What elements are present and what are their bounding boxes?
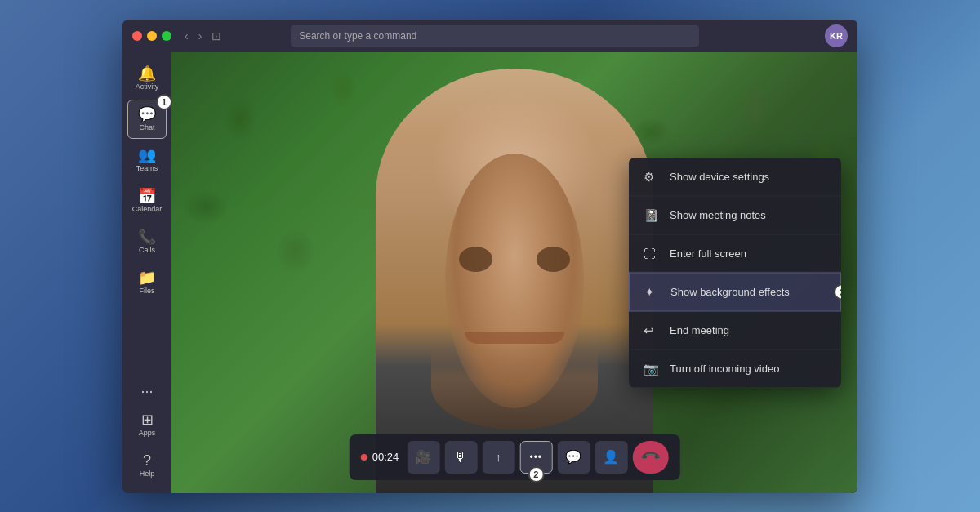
- apps-label: Apps: [139, 429, 156, 437]
- end-meeting-icon: ↩: [644, 323, 662, 337]
- gear-icon: ⚙: [644, 169, 662, 184]
- menu-item-end-meeting[interactable]: ↩ End meeting: [629, 311, 841, 349]
- teams-icon: 👥: [138, 148, 156, 163]
- menu-item-turn-off-video[interactable]: 📷 Turn off incoming video: [629, 349, 841, 387]
- files-icon: 📁: [138, 270, 156, 285]
- controls-bar: 00:24 🎥 🎙 ↑ ••• 2: [350, 434, 680, 480]
- sidebar-item-calls[interactable]: 📞 Calls: [127, 222, 167, 261]
- activity-icon: 🔔: [138, 66, 156, 81]
- avatar[interactable]: KR: [825, 24, 848, 47]
- activity-label: Activity: [136, 82, 159, 91]
- step-badge-3: 3: [834, 283, 841, 300]
- context-menu: ⚙ Show device settings 📓 Show meeting no…: [629, 158, 841, 387]
- back-arrow[interactable]: ‹: [181, 28, 192, 44]
- more-options-sidebar[interactable]: ···: [140, 383, 153, 400]
- step-badge-2: 2: [528, 466, 544, 483]
- sidebar-item-apps[interactable]: ⊞ Apps: [127, 405, 167, 444]
- video-button[interactable]: 🎥: [407, 441, 439, 474]
- search-bar[interactable]: Search or type a command: [291, 25, 699, 47]
- menu-item-background-effects[interactable]: ✦ Show background effects 3: [629, 272, 841, 311]
- device-settings-label: Show device settings: [670, 171, 769, 183]
- video-area: ⚙ Show device settings 📓 Show meeting no…: [172, 52, 858, 493]
- sidebar-item-help[interactable]: ? Help: [127, 446, 167, 485]
- sidebar-item-activity[interactable]: 🔔 Activity: [127, 59, 167, 98]
- menu-item-meeting-notes[interactable]: 📓 Show meeting notes: [629, 196, 841, 234]
- chat-ctrl-icon: 💬: [565, 449, 581, 465]
- menu-item-device-settings[interactable]: ⚙ Show device settings: [629, 158, 841, 196]
- chat-label: Chat: [139, 123, 154, 131]
- mic-icon: 🎙: [454, 450, 467, 465]
- sidebar-item-calendar[interactable]: 📅 Calendar: [127, 181, 167, 220]
- share-button[interactable]: ↑: [482, 441, 514, 474]
- calls-label: Calls: [139, 246, 155, 254]
- app-window: ‹ › ⊡ Search or type a command KR 🔔 Acti…: [122, 20, 858, 493]
- mic-button[interactable]: 🎙: [444, 441, 477, 474]
- calendar-icon: 📅: [138, 189, 156, 203]
- nav-arrows: ‹ ›: [181, 28, 205, 44]
- participants-button[interactable]: 👤: [595, 441, 627, 474]
- person-area: [359, 52, 670, 493]
- meeting-notes-label: Show meeting notes: [670, 209, 766, 221]
- traffic-lights: [132, 31, 172, 41]
- step-badge-1: 1: [156, 94, 172, 110]
- calls-icon: 📞: [138, 229, 156, 244]
- main-content: 🔔 Activity 💬 Chat 1 👥 Teams 📅 Calendar: [122, 52, 858, 493]
- more-button[interactable]: ••• 2: [519, 441, 552, 474]
- sidebar-item-chat[interactable]: 💬 Chat 1: [127, 100, 167, 139]
- turn-off-video-label: Turn off incoming video: [670, 363, 779, 375]
- turn-off-video-icon: 📷: [644, 361, 662, 376]
- search-placeholder: Search or type a command: [299, 30, 416, 42]
- refresh-icon: ⊡: [212, 29, 221, 42]
- help-icon: ?: [143, 453, 151, 468]
- close-button[interactable]: [132, 31, 142, 41]
- chat-button[interactable]: 💬: [557, 441, 590, 474]
- share-icon: ↑: [496, 451, 501, 464]
- sidebar: 🔔 Activity 💬 Chat 1 👥 Teams 📅 Calendar: [122, 52, 172, 493]
- timer-display: 00:24: [361, 451, 399, 463]
- sidebar-item-teams[interactable]: 👥 Teams: [127, 140, 167, 180]
- participants-icon: 👤: [603, 449, 619, 465]
- calendar-label: Calendar: [132, 205, 163, 213]
- background-icon: ✦: [644, 284, 662, 299]
- more-icon: •••: [529, 452, 542, 463]
- background-effects-label: Show background effects: [670, 286, 790, 298]
- menu-item-full-screen[interactable]: ⛶ Enter full screen: [629, 234, 841, 272]
- notes-icon: 📓: [644, 207, 662, 222]
- end-call-icon: 📞: [639, 446, 662, 469]
- end-meeting-label: End meeting: [670, 324, 729, 336]
- minimize-button[interactable]: [147, 31, 157, 41]
- full-screen-label: Enter full screen: [670, 247, 746, 259]
- forward-arrow[interactable]: ›: [195, 28, 206, 44]
- chat-icon: 💬: [138, 107, 156, 122]
- timer-text: 00:24: [372, 451, 399, 463]
- end-call-button[interactable]: 📞: [632, 441, 668, 474]
- fullscreen-icon: ⛶: [644, 246, 662, 260]
- title-bar: ‹ › ⊡ Search or type a command KR: [122, 20, 858, 52]
- maximize-button[interactable]: [162, 31, 172, 41]
- help-label: Help: [140, 470, 155, 478]
- teams-label: Teams: [136, 164, 158, 172]
- video-icon: 🎥: [415, 449, 431, 465]
- record-indicator: [361, 454, 368, 461]
- person-shape: [376, 69, 653, 493]
- apps-icon: ⊞: [141, 412, 154, 427]
- files-label: Files: [139, 287, 154, 295]
- sidebar-item-files[interactable]: 📁 Files: [127, 263, 167, 302]
